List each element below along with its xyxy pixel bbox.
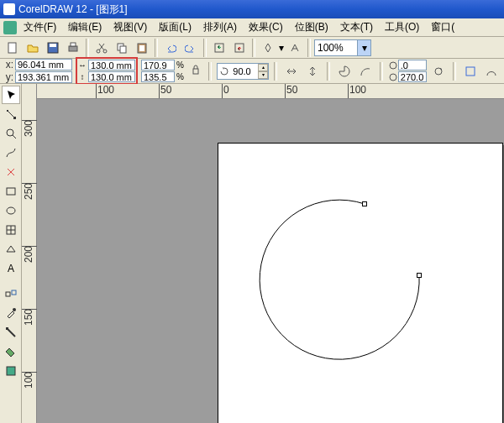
- svg-rect-13: [193, 69, 198, 74]
- redo-button[interactable]: [181, 39, 200, 57]
- svg-rect-16: [466, 67, 475, 76]
- rotation-input[interactable]: [231, 64, 258, 79]
- separator: [155, 39, 158, 57]
- export-button[interactable]: [230, 39, 249, 57]
- shape-tool[interactable]: [2, 105, 20, 123]
- separator: [274, 62, 277, 81]
- menu-text[interactable]: 文本(T): [335, 18, 378, 36]
- outline-tool[interactable]: [2, 323, 20, 342]
- svg-rect-8: [120, 46, 126, 53]
- menubar: 文件(F) 编辑(E) 视图(V) 版面(L) 排列(A) 效果(C) 位图(B…: [0, 18, 504, 37]
- window-titlebar: CorelDRAW 12 - [图形1]: [0, 0, 504, 18]
- new-button[interactable]: [3, 39, 22, 57]
- svg-rect-23: [6, 292, 10, 296]
- arc-handle-end[interactable]: [417, 273, 422, 278]
- scale-x-input[interactable]: [141, 60, 175, 70]
- menu-effects[interactable]: 效果(C): [244, 18, 288, 36]
- arc-button[interactable]: [356, 62, 374, 81]
- drawing-page[interactable]: [37, 99, 504, 423]
- scale-y-input[interactable]: [141, 71, 175, 82]
- wrap-button[interactable]: [461, 62, 479, 81]
- app-launcher-button[interactable]: [259, 39, 277, 57]
- direction-button[interactable]: [430, 62, 448, 81]
- width-input[interactable]: [88, 60, 135, 70]
- svg-point-25: [13, 308, 16, 311]
- zoom-dropdown-icon[interactable]: ▾: [357, 40, 370, 55]
- ruler-tick: 100: [97, 84, 114, 96]
- spacer: [0, 279, 21, 284]
- svg-point-5: [97, 50, 100, 53]
- standard-toolbar: ▾ ▾: [0, 37, 504, 59]
- ruler-tick: 250: [23, 183, 34, 200]
- svg-rect-2: [50, 44, 56, 47]
- menu-view[interactable]: 视图(V): [108, 18, 152, 36]
- interactive-fill-tool[interactable]: [2, 362, 20, 380]
- ruler-tick: 50: [286, 84, 297, 96]
- y-input[interactable]: [15, 71, 72, 83]
- app-icon: [3, 3, 15, 15]
- menu-app-icon: [3, 21, 17, 34]
- paste-button[interactable]: [133, 39, 151, 57]
- height-input[interactable]: [88, 71, 135, 82]
- print-button[interactable]: [64, 39, 82, 57]
- menu-bitmap[interactable]: 位图(B): [290, 18, 333, 36]
- freehand-tool[interactable]: [2, 144, 20, 162]
- blend-tool[interactable]: [2, 285, 20, 303]
- perfect-shape-tool[interactable]: [2, 240, 20, 258]
- separator: [380, 62, 383, 81]
- svg-rect-0: [8, 43, 16, 53]
- menu-file[interactable]: 文件(F): [18, 18, 61, 36]
- arc-end-input[interactable]: [398, 71, 427, 82]
- width-icon: ↔: [78, 60, 87, 70]
- cut-button[interactable]: [92, 39, 111, 57]
- ruler-tick: 200: [23, 246, 34, 263]
- fill-tool[interactable]: [2, 342, 20, 361]
- menu-edit[interactable]: 编辑(E): [63, 18, 107, 36]
- copy-button[interactable]: [113, 39, 131, 57]
- canvas-area: 100 50 0 50 100 300 250 200 150 100: [22, 84, 504, 423]
- ruler-tick: 100: [349, 84, 366, 96]
- rectangle-tool[interactable]: [2, 182, 20, 201]
- open-button[interactable]: [24, 39, 42, 57]
- text-tool[interactable]: A: [2, 259, 20, 278]
- mirror-v-button[interactable]: [304, 62, 322, 81]
- ellipse-tool[interactable]: [2, 201, 20, 220]
- x-input[interactable]: [15, 59, 72, 70]
- rotation-icon: [218, 66, 231, 76]
- menu-tools[interactable]: 工具(O): [380, 18, 424, 36]
- arc-end-icon: [388, 72, 398, 82]
- menu-window[interactable]: 窗口(: [426, 18, 459, 36]
- mirror-h-button[interactable]: [282, 62, 300, 81]
- graph-tool[interactable]: [2, 221, 20, 239]
- pick-tool[interactable]: [2, 86, 20, 104]
- arc-start-input[interactable]: [398, 60, 427, 70]
- separator: [208, 62, 212, 81]
- svg-rect-24: [12, 290, 16, 295]
- arc-handle-start[interactable]: [362, 201, 367, 206]
- rotation-spinner[interactable]: ▴▾: [258, 64, 268, 79]
- svg-point-18: [7, 129, 13, 136]
- window-title: CorelDRAW 12 - [图形1]: [18, 3, 128, 17]
- zoom-combo[interactable]: ▾: [314, 39, 371, 56]
- svg-rect-19: [7, 188, 15, 195]
- zoom-tool[interactable]: [2, 124, 20, 143]
- separator: [86, 39, 89, 57]
- save-button[interactable]: [44, 39, 62, 57]
- y-label: y:: [3, 71, 13, 83]
- menu-arrange[interactable]: 排列(A): [198, 18, 242, 36]
- import-button[interactable]: [210, 39, 228, 57]
- eyedropper-tool[interactable]: [2, 304, 20, 322]
- to-curve-button[interactable]: [483, 62, 501, 81]
- svg-rect-17: [13, 117, 16, 119]
- menu-layout[interactable]: 版面(L): [154, 18, 197, 36]
- arc-object[interactable]: [255, 191, 440, 376]
- pie-button[interactable]: [335, 62, 353, 81]
- ruler-corner: [22, 84, 37, 99]
- zoom-input[interactable]: [315, 40, 357, 55]
- separator: [453, 62, 456, 81]
- undo-button[interactable]: [161, 39, 180, 57]
- svg-rect-3: [69, 46, 77, 51]
- welcome-button[interactable]: [286, 39, 304, 57]
- smart-draw-tool[interactable]: [2, 163, 20, 181]
- lock-ratio-button[interactable]: [187, 60, 203, 83]
